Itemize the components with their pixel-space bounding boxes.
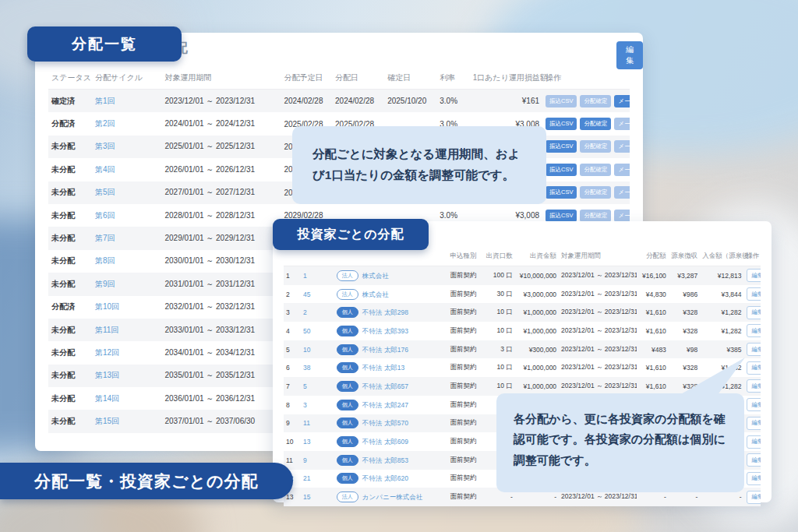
application-id-link[interactable]: 45 xyxy=(303,291,310,298)
row-edit-button[interactable]: 編集 xyxy=(747,379,761,393)
cycle-link[interactable]: 第13回 xyxy=(95,371,119,379)
cycle-link[interactable]: 第6回 xyxy=(95,211,115,220)
status-cell: 未分配 xyxy=(48,273,92,295)
confirm-distribution-button[interactable]: 分配確定 xyxy=(580,140,611,153)
corporate-badge: 法人 xyxy=(337,491,358,502)
cycle-link[interactable]: 第8回 xyxy=(95,256,115,265)
application-id-link[interactable]: 3 xyxy=(303,401,307,409)
transfer-csv-button[interactable]: 振込CSV xyxy=(546,210,577,222)
application-id-cell: 13 xyxy=(301,432,334,451)
application-id-link[interactable]: 11 xyxy=(303,419,310,427)
investment-amount-cell: ¥300,000 xyxy=(515,340,559,359)
application-id-link[interactable]: 15 xyxy=(303,493,310,501)
row-edit-button[interactable]: 編集 xyxy=(747,398,761,411)
investor-name-link[interactable]: 不特法 太郎176 xyxy=(362,346,408,354)
units-cell: 100 口 xyxy=(483,266,514,285)
mail-notify-button[interactable]: メール通知 xyxy=(614,95,630,107)
investor-name-link[interactable]: カンパニー株式会社 xyxy=(362,493,422,501)
contract-type-cell: 面前契約 xyxy=(448,414,484,433)
row-edit-button[interactable]: 編集 xyxy=(747,324,761,337)
application-id-link[interactable]: 1 xyxy=(303,272,307,280)
dividend-cell: ¥16,100 xyxy=(637,266,668,285)
column-header: 操作 xyxy=(542,69,630,90)
row-number-cell: 10 xyxy=(284,432,301,451)
column-header xyxy=(284,249,301,266)
cycle-cell: 第12回 xyxy=(92,341,162,364)
investor-name-link[interactable]: 株式会社 xyxy=(362,291,389,298)
investor-name-link[interactable]: 不特法 太郎570 xyxy=(362,419,408,427)
row-edit-button[interactable]: 編集 xyxy=(747,472,761,485)
application-id-link[interactable]: 2 xyxy=(303,308,307,316)
transfer-csv-button[interactable]: 振込CSV xyxy=(546,95,577,107)
cycle-link[interactable]: 第4回 xyxy=(95,165,115,174)
units-cell: 10 口 xyxy=(483,322,514,340)
confirm-distribution-button[interactable]: 分配確定 xyxy=(580,210,611,222)
investor-tooltip: 各分配から、更に各投資家の分配額を確認可能です。各投資家の分配額は個別に調整可能… xyxy=(496,393,744,492)
mail-notify-button[interactable]: メール通知 xyxy=(614,210,630,222)
application-id-link[interactable]: 5 xyxy=(303,382,307,390)
cycle-link[interactable]: 第1回 xyxy=(95,97,115,105)
application-id-link[interactable]: 38 xyxy=(303,364,310,372)
status-cell: 未分配 xyxy=(48,136,92,158)
investor-name-link[interactable]: 株式会社 xyxy=(362,272,389,280)
period-cell: 2029/01/01 ～ 2029/12/31 xyxy=(161,227,281,249)
application-id-link[interactable]: 21 xyxy=(303,474,310,482)
row-edit-button[interactable]: 編集 xyxy=(747,491,761,504)
transfer-csv-button[interactable]: 振込CSV xyxy=(546,186,577,199)
row-edit-button[interactable]: 編集 xyxy=(747,343,761,356)
cycle-link[interactable]: 第12回 xyxy=(95,348,119,357)
cycle-link[interactable]: 第2回 xyxy=(95,119,115,128)
investor-name-link[interactable]: 不特法 太郎657 xyxy=(362,382,408,390)
row-edit-button[interactable]: 編集 xyxy=(747,435,761,449)
confirm-distribution-button[interactable]: 分配確定 xyxy=(580,118,611,130)
mail-notify-button[interactable]: メール通知 xyxy=(614,164,630,176)
row-edit-button[interactable]: 編集 xyxy=(747,306,761,319)
status-cell: 分配済 xyxy=(48,296,92,319)
edit-button[interactable]: 編集 xyxy=(616,41,643,69)
transfer-csv-button[interactable]: 振込CSV xyxy=(546,118,577,130)
investor-name-link[interactable]: 不特法 太郎393 xyxy=(362,327,408,335)
mail-notify-button[interactable]: メール通知 xyxy=(614,140,630,153)
row-edit-button[interactable]: 編集 xyxy=(747,453,761,467)
status-cell: 未分配 xyxy=(48,341,92,364)
cycle-link[interactable]: 第7回 xyxy=(95,234,115,242)
application-id-link[interactable]: 13 xyxy=(303,438,310,446)
cycle-link[interactable]: 第5回 xyxy=(95,188,115,196)
transfer-csv-button[interactable]: 振込CSV xyxy=(546,140,577,153)
investor-name-link[interactable]: 不特法 太郎853 xyxy=(362,456,408,464)
confirm-distribution-button[interactable]: 分配確定 xyxy=(580,95,611,107)
application-id-link[interactable]: 9 xyxy=(303,456,307,464)
confirm-distribution-button[interactable]: 分配確定 xyxy=(580,186,611,199)
row-edit-button[interactable]: 編集 xyxy=(747,417,761,430)
confirm-distribution-button[interactable]: 分配確定 xyxy=(580,164,611,176)
row-edit-button[interactable]: 編集 xyxy=(747,361,761,375)
contract-type-cell: 面前契約 xyxy=(448,451,484,470)
status-cell: 未分配 xyxy=(48,181,92,204)
investor-name-link[interactable]: 不特法 太郎609 xyxy=(362,438,408,446)
cycle-link[interactable]: 第10回 xyxy=(95,302,119,311)
cycle-link[interactable]: 第14回 xyxy=(95,394,119,403)
investor-name-link[interactable]: 不特法 太郎247 xyxy=(362,401,408,409)
contract-type-cell: 面前契約 xyxy=(448,322,484,340)
application-id-cell: 15 xyxy=(301,488,334,506)
net-amount-cell: ¥3,844 xyxy=(700,285,743,304)
cycle-link[interactable]: 第15回 xyxy=(95,417,119,425)
investor-name-link[interactable]: 不特法 太郎620 xyxy=(362,474,408,482)
period-cell: 2033/01/01 ～ 2033/12/31 xyxy=(161,319,281,341)
row-edit-button[interactable]: 編集 xyxy=(747,287,761,301)
investor-name-link[interactable]: 不特法 太郎13 xyxy=(362,364,404,372)
cycle-link[interactable]: 第11回 xyxy=(95,326,118,334)
investor-name-cell: 法人カンパニー株式会社 xyxy=(334,488,448,506)
application-id-link[interactable]: 50 xyxy=(303,327,310,335)
mail-notify-button[interactable]: メール通知 xyxy=(614,186,630,199)
transfer-csv-button[interactable]: 振込CSV xyxy=(546,164,577,176)
investor-name-link[interactable]: 不特法 太郎298 xyxy=(362,308,408,316)
cycle-link[interactable]: 第9回 xyxy=(95,280,115,288)
investment-amount-cell: ¥1,000,000 xyxy=(515,303,559,322)
application-id-link[interactable]: 10 xyxy=(303,346,310,354)
investor-name-cell: 法人株式会社 xyxy=(334,285,448,304)
corporate-badge: 法人 xyxy=(337,289,358,300)
mail-notify-button[interactable]: メール通知 xyxy=(614,118,630,130)
row-edit-button[interactable]: 編集 xyxy=(747,269,761,282)
cycle-link[interactable]: 第3回 xyxy=(95,142,115,150)
